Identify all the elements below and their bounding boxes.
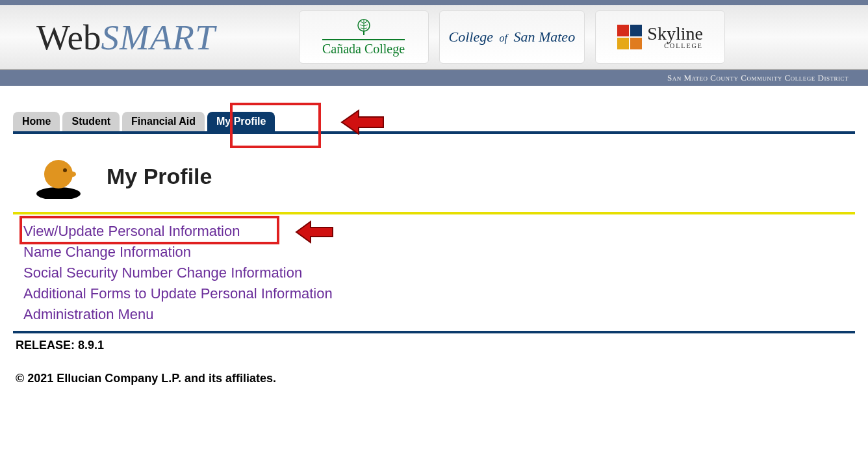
tab-home[interactable]: Home bbox=[13, 112, 60, 131]
canada-college-logo[interactable]: Cañada College bbox=[299, 10, 429, 64]
tab-student[interactable]: Student bbox=[62, 112, 120, 131]
logo-web-text: Web bbox=[36, 17, 101, 58]
canada-college-text: Cañada College bbox=[322, 39, 405, 57]
svg-rect-1 bbox=[363, 31, 364, 35]
district-bar: San Mateo County Community College Distr… bbox=[0, 70, 868, 86]
csm-logo[interactable]: College of San Mateo bbox=[439, 10, 585, 64]
tab-row: Home Student Financial Aid My Profile bbox=[13, 112, 855, 134]
header-banner: WebSMART Cañada College College of San M… bbox=[0, 5, 868, 70]
skyline-tiles-icon bbox=[617, 25, 642, 49]
arrow-left-icon bbox=[340, 108, 386, 136]
copyright-text: © 2021 Ellucian Company L.P. and its aff… bbox=[16, 372, 855, 385]
link-view-update-personal-info[interactable]: View/Update Personal Information bbox=[23, 221, 855, 242]
tab-my-profile[interactable]: My Profile bbox=[207, 112, 275, 131]
arrow-left-icon bbox=[295, 220, 335, 244]
tab-financial-aid[interactable]: Financial Aid bbox=[122, 112, 205, 131]
page-title: My Profile bbox=[107, 164, 212, 189]
link-ssn-change[interactable]: Social Security Number Change Informatio… bbox=[23, 263, 855, 283]
yellow-divider bbox=[13, 212, 855, 214]
header-top-bar bbox=[0, 0, 868, 5]
release-text: RELEASE: 8.9.1 bbox=[16, 339, 855, 352]
link-admin-menu[interactable]: Administration Menu bbox=[23, 304, 855, 325]
csm-of: of bbox=[499, 32, 507, 44]
annotation-arrow-link bbox=[295, 220, 335, 247]
skyline-sub: COLLEGE bbox=[647, 43, 703, 49]
avatar-icon bbox=[32, 153, 91, 199]
link-name-change[interactable]: Name Change Information bbox=[23, 242, 855, 263]
svg-point-3 bbox=[44, 160, 73, 188]
dark-divider bbox=[13, 331, 855, 333]
svg-point-4 bbox=[70, 172, 76, 177]
skyline-text: Skyline bbox=[647, 23, 703, 44]
annotation-arrow-tab bbox=[340, 108, 386, 139]
svg-point-2 bbox=[36, 187, 81, 199]
skyline-logo[interactable]: Skyline COLLEGE bbox=[595, 10, 725, 64]
svg-point-5 bbox=[63, 168, 67, 172]
profile-link-list: View/Update Personal Information Name Ch… bbox=[23, 221, 855, 324]
link-additional-forms[interactable]: Additional Forms to Update Personal Info… bbox=[23, 283, 855, 304]
csm-prefix: College bbox=[449, 29, 493, 45]
district-text: San Mateo County Community College Distr… bbox=[667, 73, 849, 83]
page-title-row: My Profile bbox=[32, 153, 855, 199]
websmart-logo: WebSMART bbox=[36, 17, 216, 58]
csm-name: San Mateo bbox=[513, 29, 575, 45]
tree-icon bbox=[354, 18, 374, 38]
logo-smart-text: SMART bbox=[101, 17, 215, 58]
